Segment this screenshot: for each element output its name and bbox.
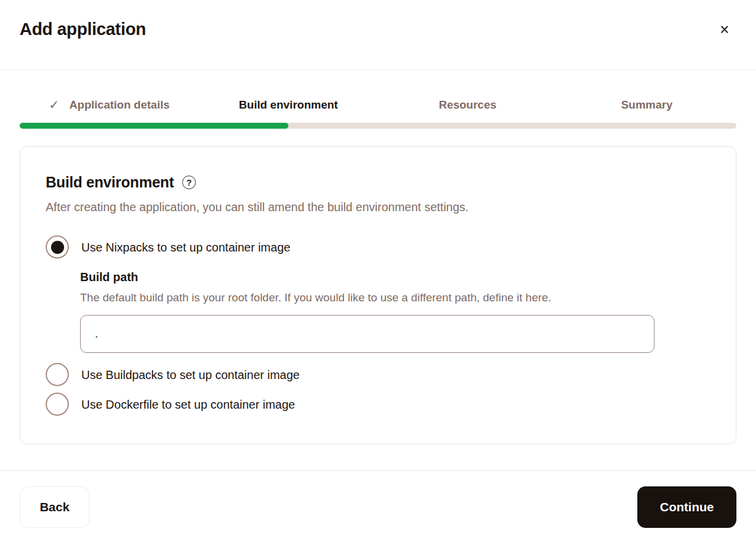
build-path-description: The default build path is your root fold… bbox=[80, 290, 710, 305]
progress-bar-track bbox=[20, 123, 736, 129]
modal-footer: Back Continue bbox=[0, 470, 756, 535]
step-label: Application details bbox=[69, 97, 170, 113]
option-label: Use Dockerfile to set up container image bbox=[81, 396, 295, 413]
option-label: Use Buildpacks to set up container image bbox=[81, 367, 300, 383]
step-label: Resources bbox=[439, 97, 496, 113]
back-button[interactable]: Back bbox=[20, 486, 90, 528]
option-buildpacks[interactable]: Use Buildpacks to set up container image bbox=[46, 363, 710, 386]
card-heading: Build environment bbox=[46, 173, 174, 192]
build-path-label: Build path bbox=[80, 269, 710, 285]
step-application-details[interactable]: ✓ Application details bbox=[20, 97, 199, 113]
step-label: Summary bbox=[621, 97, 673, 113]
step-build-environment[interactable]: Build environment bbox=[199, 97, 378, 113]
option-dockerfile[interactable]: Use Dockerfile to set up container image bbox=[46, 393, 710, 416]
option-nixpacks[interactable]: Use Nixpacks to set up container image bbox=[46, 235, 710, 259]
radio-unselected-icon[interactable] bbox=[46, 363, 69, 386]
card-heading-row: Build environment ? bbox=[46, 173, 710, 192]
build-path-section: Build path The default build path is you… bbox=[80, 269, 710, 353]
progress-bar-fill bbox=[20, 123, 288, 129]
close-icon[interactable]: × bbox=[714, 20, 735, 40]
step-labels: ✓ Application details Build environment … bbox=[20, 97, 736, 113]
build-options: Use Nixpacks to set up container image B… bbox=[46, 235, 710, 416]
radio-unselected-icon[interactable] bbox=[46, 393, 69, 416]
step-resources[interactable]: Resources bbox=[378, 97, 557, 113]
build-path-input[interactable] bbox=[80, 315, 655, 353]
radio-selected-icon[interactable] bbox=[46, 235, 69, 259]
help-icon[interactable]: ? bbox=[182, 176, 196, 189]
step-summary[interactable]: Summary bbox=[557, 97, 736, 113]
step-complete-check-icon: ✓ bbox=[49, 97, 59, 113]
stepper: ✓ Application details Build environment … bbox=[0, 97, 756, 129]
continue-button[interactable]: Continue bbox=[637, 486, 736, 528]
modal-title: Add application bbox=[20, 18, 736, 40]
card-description: After creating the application, you can … bbox=[46, 199, 710, 215]
step-label: Build environment bbox=[239, 97, 338, 113]
build-environment-card: Build environment ? After creating the a… bbox=[20, 146, 736, 444]
modal-header: Add application × bbox=[0, 0, 756, 70]
option-label: Use Nixpacks to set up container image bbox=[81, 239, 290, 256]
